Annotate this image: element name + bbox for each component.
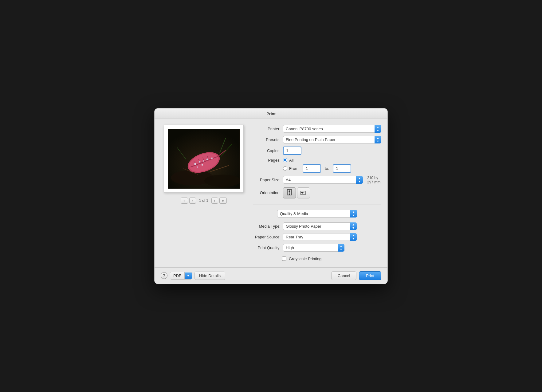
quality-media-row: Quality & Media ▲▼ bbox=[253, 210, 381, 218]
paper-size-row: Paper Size: A4 ▲▼ 210 by 297 mm bbox=[253, 176, 381, 184]
paper-size-desc: 210 by 297 mm bbox=[367, 176, 381, 184]
pdf-button-group: PDF ▼ bbox=[170, 272, 192, 280]
presets-row: Presets: Fine Printing on Plain Paper ▲▼ bbox=[253, 136, 381, 143]
media-type-row: Media Type: Glossy Photo Paper ▲▼ bbox=[253, 222, 381, 230]
pages-from-label: From: bbox=[289, 166, 300, 171]
pages-section: Pages: All From: to: bbox=[253, 158, 381, 173]
quality-media-select-container: Quality & Media ▲▼ bbox=[277, 210, 357, 218]
media-type-select[interactable]: Glossy Photo Paper bbox=[283, 222, 357, 230]
cancel-button[interactable]: Cancel bbox=[331, 271, 356, 280]
printer-select[interactable]: Canon iP8700 series bbox=[283, 125, 381, 133]
title-bar: Print bbox=[155, 108, 387, 119]
preview-container bbox=[164, 125, 244, 193]
copies-row: Copies: bbox=[253, 147, 381, 155]
orientation-label: Orientation: bbox=[253, 190, 281, 195]
svg-point-17 bbox=[203, 160, 204, 161]
pages-from-input[interactable] bbox=[303, 164, 321, 173]
media-type-label: Media Type: bbox=[253, 224, 281, 229]
svg-point-18 bbox=[206, 159, 208, 160]
paper-source-row: Paper Source: Rear Tray ▲▼ bbox=[253, 233, 381, 241]
orientation-buttons bbox=[283, 187, 310, 198]
presets-select-container: Fine Printing on Plain Paper ▲▼ bbox=[283, 136, 381, 143]
presets-label: Presets: bbox=[253, 137, 281, 142]
pages-all-radio[interactable] bbox=[283, 158, 287, 162]
pages-all-label: All bbox=[289, 158, 293, 163]
print-quality-row: Print Quality: High ▲▼ bbox=[253, 244, 381, 252]
svg-point-16 bbox=[199, 161, 201, 163]
printer-label: Printer: bbox=[253, 127, 281, 131]
svg-point-27 bbox=[289, 190, 290, 192]
print-quality-select-container: High ▲▼ bbox=[283, 244, 344, 252]
pages-from-row: From: to: bbox=[283, 164, 381, 173]
pages-label-row: Pages: All bbox=[253, 158, 381, 163]
left-panel: « ‹ 1 of 1 › » bbox=[161, 125, 247, 261]
print-quality-label: Print Quality: bbox=[253, 245, 281, 250]
media-type-select-container: Glossy Photo Paper ▲▼ bbox=[283, 222, 357, 230]
pdf-label[interactable]: PDF bbox=[170, 272, 185, 279]
help-button[interactable]: ? bbox=[161, 272, 167, 279]
orientation-row: Orientation: bbox=[253, 187, 381, 198]
bottom-bar: ? PDF ▼ Hide Details Cancel Print bbox=[155, 267, 387, 284]
grayscale-label: Grayscale Printing bbox=[289, 257, 321, 261]
copies-label: Copies: bbox=[253, 148, 281, 153]
svg-point-15 bbox=[194, 163, 196, 165]
pagination: « ‹ 1 of 1 › » bbox=[181, 198, 227, 204]
grayscale-checkbox[interactable] bbox=[282, 257, 286, 261]
paper-source-label: Paper Source: bbox=[253, 235, 281, 239]
prev-page-button[interactable]: ‹ bbox=[189, 198, 196, 204]
last-page-button[interactable]: » bbox=[219, 198, 227, 204]
print-dialog: Print bbox=[154, 108, 388, 284]
grayscale-row: Grayscale Printing bbox=[282, 257, 381, 261]
pages-to-input[interactable] bbox=[333, 164, 351, 173]
quality-media-select[interactable]: Quality & Media bbox=[277, 210, 357, 218]
svg-point-3 bbox=[204, 174, 240, 187]
portrait-icon bbox=[286, 189, 293, 197]
preview-image bbox=[168, 129, 240, 189]
divider-1 bbox=[253, 205, 381, 205]
svg-point-20 bbox=[197, 166, 198, 167]
page-info: 1 of 1 bbox=[199, 198, 208, 203]
paper-size-label: Paper Size: bbox=[253, 178, 281, 182]
paper-size-select[interactable]: A4 bbox=[283, 176, 363, 184]
copies-input[interactable] bbox=[283, 147, 301, 155]
next-page-button[interactable]: › bbox=[211, 198, 218, 204]
paper-source-select-container: Rear Tray ▲▼ bbox=[283, 233, 357, 241]
print-quality-select[interactable]: High bbox=[283, 244, 344, 252]
pdf-dropdown-arrow[interactable]: ▼ bbox=[185, 272, 192, 279]
pages-label: Pages: bbox=[253, 158, 281, 163]
pages-all-row: All bbox=[283, 158, 293, 163]
first-page-button[interactable]: « bbox=[181, 198, 188, 204]
printer-select-container: Canon iP8700 series ▲▼ bbox=[283, 125, 381, 133]
form-section-main: Printer: Canon iP8700 series ▲▼ Presets: bbox=[253, 125, 381, 198]
pages-from-radio[interactable] bbox=[283, 166, 287, 171]
pages-to-label: to: bbox=[325, 166, 329, 171]
presets-select[interactable]: Fine Printing on Plain Paper bbox=[283, 136, 381, 143]
portrait-button[interactable] bbox=[283, 187, 296, 198]
print-button[interactable]: Print bbox=[359, 271, 381, 280]
paper-size-select-container: A4 ▲▼ bbox=[283, 176, 363, 184]
landscape-button[interactable] bbox=[297, 187, 310, 198]
svg-point-19 bbox=[211, 157, 213, 159]
printer-row: Printer: Canon iP8700 series ▲▼ bbox=[253, 125, 381, 133]
paper-source-select[interactable]: Rear Tray bbox=[283, 233, 357, 241]
svg-point-21 bbox=[202, 164, 203, 166]
right-panel: Printer: Canon iP8700 series ▲▼ Presets: bbox=[253, 125, 381, 261]
dialog-title: Print bbox=[266, 112, 276, 116]
hide-details-button[interactable]: Hide Details bbox=[194, 272, 225, 280]
landscape-icon bbox=[300, 190, 307, 196]
dialog-body: « ‹ 1 of 1 › » Printer: Canon iP8700 ser… bbox=[155, 119, 387, 267]
